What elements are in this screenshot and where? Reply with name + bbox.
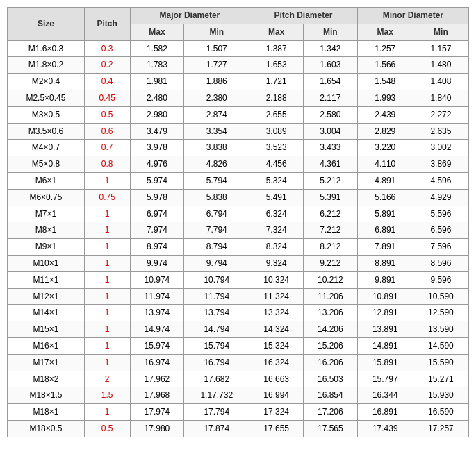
size-cell: M1.8×0.2 xyxy=(8,57,85,74)
value-cell: 7.974 xyxy=(130,222,184,239)
value-cell: 15.794 xyxy=(184,337,249,354)
value-cell: 1.603 xyxy=(304,57,358,74)
size-cell: M18×1 xyxy=(8,404,85,421)
value-cell: 3.523 xyxy=(249,140,304,156)
value-cell: 15.974 xyxy=(130,337,184,354)
table-row: M2.5×0.450.452.4802.3802.1882.1171.9931.… xyxy=(8,90,469,106)
value-cell: 3.479 xyxy=(130,123,184,140)
size-cell: M16×1 xyxy=(8,337,85,354)
table-row: M11×1110.97410.79410.32410.2129.8919.596 xyxy=(8,271,469,288)
value-cell: 9.974 xyxy=(130,255,184,271)
value-cell: 1.17.732 xyxy=(184,387,249,404)
value-cell: 13.891 xyxy=(357,321,413,338)
value-cell: 1.408 xyxy=(413,74,468,90)
col-header-pitch: Pitch xyxy=(84,8,130,41)
value-cell: 3.978 xyxy=(130,140,184,156)
value-cell: 17.439 xyxy=(357,420,413,437)
size-cell: M4×0.7 xyxy=(8,140,85,156)
col-header-major: Major Diameter xyxy=(130,8,249,24)
value-cell: 14.974 xyxy=(130,321,184,338)
value-cell: 13.206 xyxy=(304,305,358,321)
value-cell: 3.354 xyxy=(184,123,249,140)
value-cell: 4.929 xyxy=(413,189,468,206)
table-row: M14×1113.97413.79413.32413.20612.89112.5… xyxy=(8,305,469,321)
value-cell: 15.891 xyxy=(357,354,413,371)
size-cell: M6×1 xyxy=(8,172,85,189)
value-cell: 3.433 xyxy=(304,140,358,156)
value-cell: 4.596 xyxy=(413,172,468,189)
value-cell: 3.838 xyxy=(184,140,249,156)
value-cell: 3.220 xyxy=(357,140,413,156)
table-row: M9×118.9748.7948.3248.2127.8917.596 xyxy=(8,239,469,256)
value-cell: 2.635 xyxy=(413,123,468,140)
value-cell: 6.324 xyxy=(249,206,304,222)
table-row: M17×1116.97416.79416.32416.20615.89115.5… xyxy=(8,354,469,371)
thread-dimensions-table: Size Pitch Major Diameter Pitch Diameter… xyxy=(7,7,469,437)
size-cell: M14×1 xyxy=(8,305,85,321)
value-cell: 17.980 xyxy=(130,420,184,437)
value-cell: 17.206 xyxy=(304,404,358,421)
size-cell: M3.5×0.6 xyxy=(8,123,85,140)
value-cell: 8.974 xyxy=(130,239,184,256)
table-row: M18×2217.96217.68216.66316.50315.79715.2… xyxy=(8,371,469,387)
value-cell: 1.886 xyxy=(184,74,249,90)
value-cell: 16.974 xyxy=(130,354,184,371)
value-cell: 5.596 xyxy=(413,206,468,222)
value-cell: 13.974 xyxy=(130,305,184,321)
pitch-cell: 0.3 xyxy=(84,40,130,57)
size-cell: M12×1 xyxy=(8,288,85,305)
value-cell: 9.324 xyxy=(249,255,304,271)
value-cell: 10.974 xyxy=(130,271,184,288)
table-row: M6×0.750.755.9785.8385.4915.3915.1664.92… xyxy=(8,189,469,206)
value-cell: 16.344 xyxy=(357,387,413,404)
size-cell: M17×1 xyxy=(8,354,85,371)
value-cell: 5.978 xyxy=(130,189,184,206)
col-header-minor: Minor Diameter xyxy=(357,8,468,24)
table-row: M10×119.9749.7949.3249.2128.8918.596 xyxy=(8,255,469,271)
value-cell: 3.869 xyxy=(413,156,468,173)
table-row: M18×1.51.517.9681.17.73216.99416.85416.3… xyxy=(8,387,469,404)
value-cell: 1.257 xyxy=(357,40,413,57)
value-cell: 10.794 xyxy=(184,271,249,288)
value-cell: 9.891 xyxy=(357,271,413,288)
value-cell: 17.682 xyxy=(184,371,249,387)
value-cell: 1.654 xyxy=(304,74,358,90)
value-cell: 2.874 xyxy=(184,106,249,123)
value-cell: 2.439 xyxy=(357,106,413,123)
value-cell: 1.566 xyxy=(357,57,413,74)
value-cell: 1.840 xyxy=(413,90,468,106)
size-cell: M18×0.5 xyxy=(8,420,85,437)
table-row: M18×0.50.517.98017.87417.65517.56517.439… xyxy=(8,420,469,437)
table-row: M12×1111.97411.79411.32411.20610.89110.5… xyxy=(8,288,469,305)
value-cell: 6.794 xyxy=(184,206,249,222)
value-cell: 4.110 xyxy=(357,156,413,173)
col-header-min-min: Min xyxy=(413,24,468,40)
value-cell: 1.727 xyxy=(184,57,249,74)
value-cell: 7.891 xyxy=(357,239,413,256)
value-cell: 16.891 xyxy=(357,404,413,421)
value-cell: 5.391 xyxy=(304,189,358,206)
value-cell: 8.212 xyxy=(304,239,358,256)
value-cell: 3.002 xyxy=(413,140,468,156)
value-cell: 2.580 xyxy=(304,106,358,123)
value-cell: 3.004 xyxy=(304,123,358,140)
value-cell: 7.794 xyxy=(184,222,249,239)
pitch-cell: 1 xyxy=(84,305,130,321)
value-cell: 8.324 xyxy=(249,239,304,256)
value-cell: 2.188 xyxy=(249,90,304,106)
pitch-cell: 1 xyxy=(84,222,130,239)
col-header-size: Size xyxy=(8,8,85,41)
size-cell: M6×0.75 xyxy=(8,189,85,206)
size-cell: M15×1 xyxy=(8,321,85,338)
pitch-cell: 0.2 xyxy=(84,57,130,74)
value-cell: 16.663 xyxy=(249,371,304,387)
value-cell: 11.974 xyxy=(130,288,184,305)
col-header-maj-min: Min xyxy=(184,24,249,40)
col-header-pit-max: Max xyxy=(249,24,304,40)
value-cell: 10.324 xyxy=(249,271,304,288)
value-cell: 2.272 xyxy=(413,106,468,123)
pitch-cell: 1 xyxy=(84,255,130,271)
value-cell: 1.653 xyxy=(249,57,304,74)
value-cell: 14.206 xyxy=(304,321,358,338)
value-cell: 11.324 xyxy=(249,288,304,305)
